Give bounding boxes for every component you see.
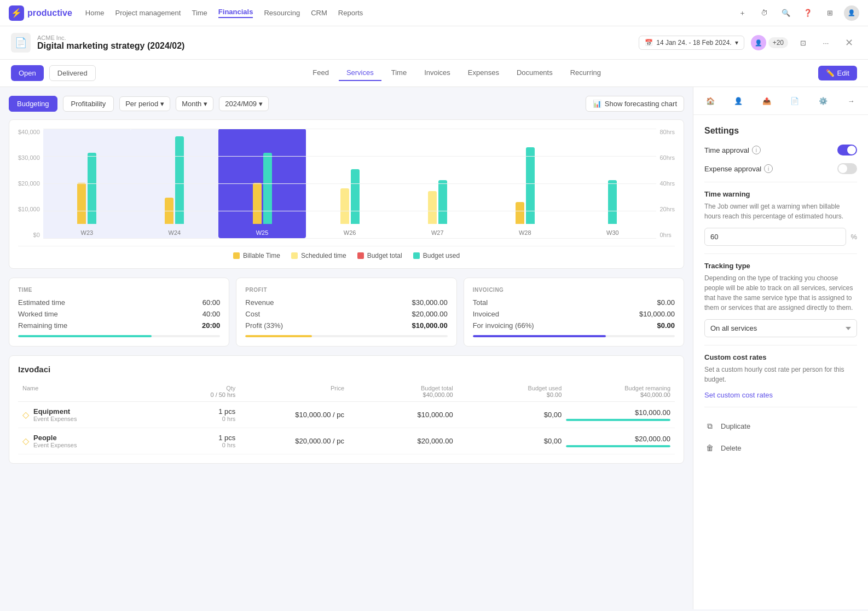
sidebar-home-icon[interactable]: 🏠 — [702, 93, 719, 109]
more-icon[interactable]: ··· — [818, 34, 834, 51]
estimated-time-row: Estimated time 60:00 — [18, 298, 220, 307]
chevron-down-icon: ▾ — [204, 100, 207, 108]
nav-time[interactable]: Time — [192, 9, 207, 17]
time-approval-info-icon[interactable]: i — [752, 146, 761, 154]
nav-reports[interactable]: Reports — [338, 9, 363, 17]
edit-button[interactable]: ✏️ Edit — [818, 66, 857, 80]
custom-rates-title: Custom cost rates — [704, 353, 857, 361]
user-avatar[interactable]: 👤 — [844, 5, 859, 21]
profit-metric-card: PROFIT Revenue $30,000.00 Cost $20,000.0… — [236, 278, 456, 347]
sidebar-doc-icon[interactable]: 📄 — [786, 93, 803, 109]
project-icon: 📄 — [11, 33, 31, 53]
avatar-count[interactable]: +20 — [768, 37, 788, 48]
people-progress — [566, 445, 670, 447]
invoicing-progress-fill — [473, 335, 606, 337]
tab-feed[interactable]: Feed — [305, 65, 337, 81]
project-details: ACME Inc. Digital marketing strategy (20… — [37, 34, 184, 51]
content-area: Budgeting Profitability Per period ▾ Mon… — [0, 87, 693, 609]
equipment-budget-remaining: $10,000.00 — [566, 408, 670, 421]
set-custom-cost-rates-link[interactable]: Set custom cost rates — [704, 391, 773, 399]
invoiced-row: Invoiced $10,000.00 — [473, 310, 675, 318]
show-forecast-button[interactable]: 📊 Show forecasting chart — [586, 96, 684, 112]
table-row[interactable]: ◇ Equipment Event Expenses 1 pcs 0 hrs $… — [18, 402, 675, 428]
open-button[interactable]: Open — [11, 65, 44, 81]
profitability-button[interactable]: Profitability — [63, 96, 114, 112]
tracking-type-dropdown[interactable]: On all services — [704, 319, 857, 337]
logo-icon: ⚡ — [9, 5, 24, 21]
time-warning-desc: The Job owner will get a warning when bi… — [704, 201, 857, 221]
nav-crm[interactable]: CRM — [311, 9, 327, 17]
total-label: Total — [473, 298, 488, 307]
duplicate-label: Duplicate — [721, 422, 750, 430]
revenue-value: $30,000.00 — [412, 298, 448, 307]
tab-expenses[interactable]: Expenses — [460, 65, 507, 81]
date-range-picker[interactable]: 📅 14 Jan 24. - 18 Feb 2024. ▾ — [639, 36, 744, 50]
y-axis-right: 80hrs 60hrs 40hrs 20hrs 0hrs — [656, 129, 675, 238]
tab-invoices[interactable]: Invoices — [416, 65, 458, 81]
time-approval-label: Time approval i — [704, 146, 761, 154]
worked-time-value: 40:00 — [202, 310, 221, 318]
time-progress-fill — [18, 335, 152, 337]
delivered-button[interactable]: Delivered — [49, 65, 96, 81]
nav-links: Home Project management Time Financials … — [85, 8, 721, 18]
duplicate-button[interactable]: ⧉ Duplicate — [704, 415, 857, 437]
header-budget-total: Budget total $40,000.00 — [349, 385, 453, 398]
tab-time[interactable]: Time — [384, 65, 414, 81]
tab-documents[interactable]: Documents — [509, 65, 560, 81]
tracking-type-title: Tracking type — [704, 262, 857, 270]
chevron-down-icon: ▾ — [259, 100, 263, 108]
people-name: People — [33, 434, 77, 442]
grid-icon[interactable]: ⊞ — [822, 5, 837, 21]
people-budget-total: $20,000.00 — [349, 437, 453, 445]
project-header-right: 📅 14 Jan 24. - 18 Feb 2024. ▾ 👤 +20 ⊡ ··… — [639, 34, 857, 51]
table-row[interactable]: ◇ People Event Expenses 1 pcs 0 hrs $20,… — [18, 428, 675, 454]
timer-icon[interactable]: ⏱ — [756, 5, 772, 21]
for-invoicing-value: $0.00 — [657, 321, 675, 330]
help-icon[interactable]: ❓ — [800, 5, 815, 21]
sidebar-upload-icon[interactable]: 📤 — [759, 93, 775, 109]
expense-approval-toggle[interactable] — [837, 163, 857, 174]
time-warning-input-row: % — [704, 228, 857, 246]
time-approval-toggle[interactable] — [837, 145, 857, 155]
month-dropdown[interactable]: Month ▾ — [176, 96, 213, 111]
nav-project-management[interactable]: Project management — [115, 9, 181, 17]
sidebar-icon-bar: 🏠 👤 📤 📄 ⚙️ → — [693, 87, 868, 115]
nav-home[interactable]: Home — [85, 9, 105, 17]
date-range-text: 14 Jan 24. - 18 Feb 2024. — [656, 39, 731, 47]
close-button[interactable]: ✕ — [841, 34, 857, 51]
sidebar-user-icon[interactable]: 👤 — [730, 93, 747, 109]
header-budget-remaining: Budget remaning $40,000.00 — [566, 385, 670, 398]
time-warning-input[interactable] — [704, 228, 846, 246]
search-icon[interactable]: 🔍 — [778, 5, 794, 21]
tab-recurring[interactable]: Recurring — [563, 65, 609, 81]
chart-body: W23 W24 — [43, 129, 657, 238]
add-icon[interactable]: ＋ — [734, 5, 750, 21]
nav-resourcing[interactable]: Resourcing — [264, 9, 300, 17]
equipment-price: $10,000.00 / pc — [240, 411, 344, 419]
legend-billable-time: Billable Time — [233, 252, 280, 260]
sidebar-gear-icon[interactable]: ⚙️ — [815, 93, 831, 109]
project-header: 📄 ACME Inc. Digital marketing strategy (… — [0, 26, 868, 60]
expense-approval-row: Expense approval i — [704, 163, 857, 174]
header-name: Name — [22, 385, 161, 398]
row-name-people: ◇ People Event Expenses — [22, 434, 161, 448]
nav-financials[interactable]: Financials — [218, 8, 253, 18]
app-logo[interactable]: ⚡ productive — [9, 5, 72, 21]
period-dropdown[interactable]: 2024/M09 ▾ — [219, 96, 269, 111]
sidebar-arrow-icon[interactable]: → — [843, 93, 859, 109]
time-warning-title: Time warning — [704, 190, 857, 198]
delete-button[interactable]: 🗑 Delete — [704, 437, 857, 459]
time-metric-card: TIME Estimated time 60:00 Worked time 40… — [9, 278, 229, 347]
tab-services[interactable]: Services — [339, 65, 381, 81]
budgeting-button[interactable]: Budgeting — [9, 96, 57, 112]
estimated-time-value: 60:00 — [202, 298, 221, 307]
invoicing-progress-bar — [473, 335, 675, 337]
expense-approval-info-icon[interactable]: i — [764, 164, 773, 173]
time-approval-row: Time approval i — [704, 145, 857, 155]
worked-time-label: Worked time — [18, 310, 58, 318]
layout-icon[interactable]: ⊡ — [795, 34, 811, 51]
settings-divider-3 — [704, 345, 857, 345]
per-period-dropdown[interactable]: Per period ▾ — [119, 96, 170, 111]
invoiced-value: $10,000.00 — [639, 310, 675, 318]
people-qty: 1 pcs 0 hrs — [166, 434, 235, 448]
